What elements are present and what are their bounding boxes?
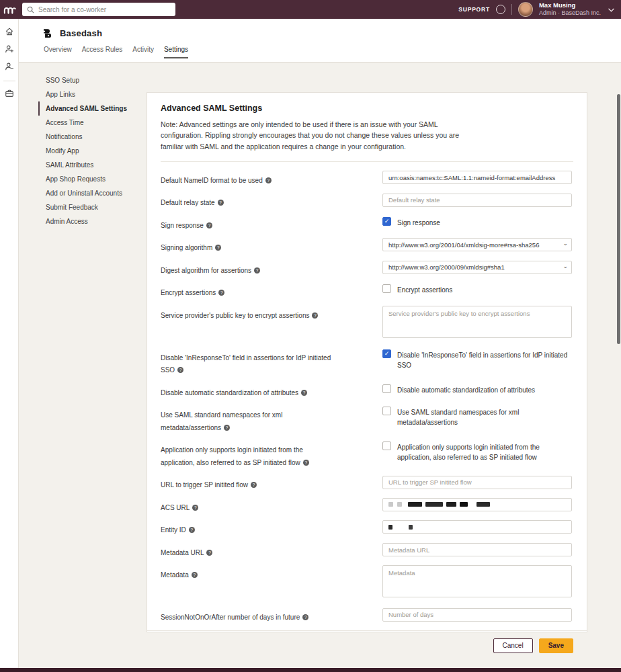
- field-label-column: Use SAML standard namespaces for xml met…: [161, 405, 382, 433]
- field-control-column: http://www.w3.org/2000/09/xmldsig#sha1⌄: [382, 261, 572, 276]
- sidebar-item-app-shop-requests[interactable]: App Shop Requests: [38, 172, 144, 186]
- redaction-block: [397, 502, 402, 507]
- checkbox-label[interactable]: Disable automatic standardization of att…: [397, 384, 535, 395]
- field-control-column: [382, 475, 572, 491]
- coworker-search[interactable]: [22, 3, 175, 16]
- field-input[interactable]: [382, 171, 572, 184]
- help-icon[interactable]: [177, 367, 183, 373]
- checkbox-unchecked[interactable]: [382, 407, 391, 415]
- sidebar-item-modify-app[interactable]: Modify App: [38, 144, 144, 158]
- form-row: Disable automatic standardization of att…: [161, 383, 573, 398]
- sidebar-item-notifications[interactable]: Notifications: [38, 130, 144, 144]
- sidebar-item-add-or-uninstall-accounts[interactable]: Add or Uninstall Accounts: [38, 186, 144, 200]
- field-select[interactable]: http://www.w3.org/2000/09/xmldsig#sha1⌄: [382, 261, 572, 274]
- help-icon[interactable]: [254, 267, 260, 274]
- search-input[interactable]: [38, 6, 171, 13]
- checkbox-checked[interactable]: ✓: [382, 349, 391, 358]
- field-control-column: ✓Disable 'InResponseTo' field in asserti…: [382, 348, 572, 376]
- field-select[interactable]: http://www.w3.org/2001/04/xmldsig-more#r…: [382, 238, 572, 251]
- field-control-column: [382, 607, 572, 623]
- sidebar-item-advanced-saml-settings[interactable]: Advanced SAML Settings: [38, 101, 144, 116]
- tab-activity[interactable]: Activity: [132, 46, 154, 58]
- help-circle-icon[interactable]: [496, 5, 505, 14]
- checkbox-unchecked[interactable]: [382, 284, 391, 293]
- add-user-icon[interactable]: [4, 44, 14, 54]
- checkbox-checked[interactable]: ✓: [382, 217, 391, 226]
- help-icon[interactable]: [265, 177, 272, 183]
- help-icon[interactable]: [251, 482, 257, 488]
- briefcase-icon[interactable]: [4, 88, 14, 98]
- checkbox-unchecked[interactable]: [382, 384, 391, 393]
- field-input[interactable]: [382, 194, 572, 207]
- help-icon[interactable]: [189, 527, 195, 533]
- field-control-column: Disable automatic standardization of att…: [382, 383, 572, 398]
- tab-access-rules[interactable]: Access Rules: [82, 46, 123, 58]
- sidebar-item-submit-feedback[interactable]: Submit Feedback: [38, 200, 144, 214]
- checkbox-unchecked[interactable]: [382, 442, 391, 450]
- checkbox-label[interactable]: Sign response: [397, 217, 440, 228]
- checkbox-label[interactable]: Encrypt assertions: [397, 284, 452, 295]
- field-control-column: [382, 193, 572, 208]
- help-icon[interactable]: [192, 572, 198, 578]
- tab-settings[interactable]: Settings: [164, 46, 188, 58]
- help-icon[interactable]: [303, 460, 309, 466]
- select-value: http://www.w3.org/2000/09/xmldsig#sha1: [382, 261, 572, 274]
- field-input[interactable]: [382, 608, 572, 622]
- sidebar-item-saml-attributes[interactable]: SAML Attributes: [38, 158, 144, 172]
- help-icon[interactable]: [218, 200, 224, 206]
- chevron-down-icon[interactable]: [608, 6, 614, 13]
- field-input[interactable]: [382, 543, 572, 556]
- field-label: Application only supports login initiate…: [161, 446, 303, 466]
- form-row: Application only supports login initiate…: [161, 440, 573, 468]
- remove-user-icon[interactable]: [4, 61, 14, 71]
- card-note: Note: Advanced settings are only intende…: [161, 119, 462, 152]
- help-icon[interactable]: [224, 425, 230, 431]
- vertical-scrollbar[interactable]: [617, 94, 620, 344]
- field-label-column: Application only supports login initiate…: [161, 440, 382, 468]
- field-label-column: Encrypt assertions: [161, 283, 382, 298]
- user-menu[interactable]: Max Musing Admin · BaseDash Inc.: [539, 1, 601, 17]
- redaction-block: [409, 525, 413, 530]
- cancel-button[interactable]: Cancel: [493, 638, 533, 653]
- field-control-column: Encrypt assertions: [382, 283, 572, 298]
- form-row: Service provider's public key to encrypt…: [161, 306, 573, 341]
- sidebar-item-sso-setup[interactable]: SSO Setup: [38, 73, 144, 87]
- help-icon[interactable]: [206, 222, 212, 228]
- field-control-column: Application only supports login initiate…: [382, 440, 572, 468]
- checkbox-label[interactable]: Application only supports login initiate…: [397, 442, 572, 462]
- sidebar-item-app-links[interactable]: App Links: [38, 87, 144, 101]
- help-icon[interactable]: [215, 245, 221, 251]
- tab-overview[interactable]: Overview: [44, 46, 72, 58]
- checkbox-label[interactable]: Disable 'InResponseTo' field in assertio…: [397, 349, 572, 370]
- support-link[interactable]: SUPPORT: [458, 6, 490, 13]
- field-textarea[interactable]: [382, 565, 572, 597]
- bottom-window-edge: [0, 668, 621, 672]
- home-icon[interactable]: [4, 26, 14, 36]
- field-label: Digest algorithm for assertions: [161, 267, 251, 274]
- help-icon[interactable]: [218, 290, 224, 296]
- redaction-block: [446, 502, 456, 507]
- user-avatar[interactable]: [518, 2, 533, 17]
- field-label-column: SessionNotOnOrAfter number of days in fu…: [161, 607, 382, 623]
- help-icon[interactable]: [192, 505, 198, 511]
- help-icon[interactable]: [312, 312, 318, 319]
- field-input-redacted[interactable]: [382, 520, 572, 534]
- field-input-redacted[interactable]: [382, 498, 572, 511]
- field-textarea[interactable]: [382, 306, 572, 338]
- help-icon[interactable]: [301, 390, 307, 396]
- field-label: Use SAML standard namespaces for xml met…: [161, 411, 282, 431]
- field-label-column: Sign response: [161, 216, 382, 231]
- field-label-column: Signing algorithm: [161, 238, 382, 253]
- help-icon[interactable]: [302, 614, 308, 620]
- topbar-divider: [511, 4, 512, 15]
- sidebar-item-admin-access[interactable]: Admin Access: [38, 214, 144, 228]
- sidebar-item-access-time[interactable]: Access Time: [38, 116, 144, 130]
- field-label-column: Entity ID: [161, 520, 382, 536]
- checkbox-label[interactable]: Use SAML standard namespaces for xml met…: [397, 407, 572, 427]
- save-button[interactable]: Save: [539, 638, 573, 653]
- page-title: Basedash: [60, 28, 102, 38]
- rippling-logo-icon[interactable]: [0, 4, 19, 15]
- field-input[interactable]: [382, 476, 572, 489]
- redaction-block: [408, 502, 422, 507]
- help-icon[interactable]: [206, 550, 212, 556]
